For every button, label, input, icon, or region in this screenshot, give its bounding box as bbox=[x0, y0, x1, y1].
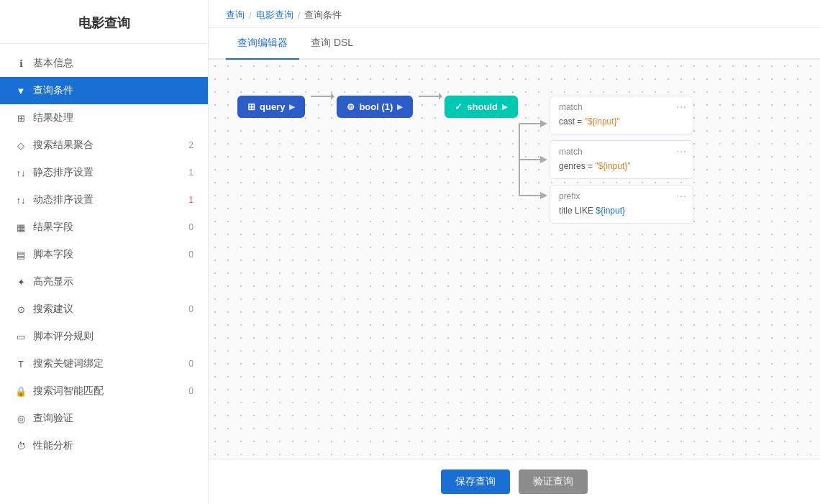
arrow-line-1 bbox=[311, 96, 331, 97]
result-card-1-body: cast = "${input}" bbox=[559, 115, 684, 128]
result-card-1-title: match bbox=[559, 102, 684, 112]
script-icon: ▤ bbox=[14, 248, 27, 261]
bool-node-icon: ⊚ bbox=[347, 101, 355, 112]
result-card-3[interactable]: prefix ··· title LIKE ${input} bbox=[550, 185, 693, 224]
grid-icon: ⊞ bbox=[14, 111, 27, 124]
result-card-2-title: match bbox=[559, 147, 684, 157]
svg-marker-6 bbox=[540, 192, 547, 199]
sidebar-item-script-fields[interactable]: ▤ 脚本字段 0 bbox=[0, 241, 208, 268]
sidebar-item-basic-info[interactable]: ℹ 基本信息 bbox=[0, 50, 208, 77]
sidebar-item-search-aggregation[interactable]: ◇ 搜索结果聚合 2 bbox=[0, 132, 208, 159]
branch-connector-svg bbox=[518, 113, 547, 206]
sidebar-item-performance[interactable]: ⏱ 性能分析 bbox=[0, 432, 208, 459]
sidebar-item-search-suggest[interactable]: ⊙ 搜索建议 0 bbox=[0, 295, 208, 323]
suggest-icon: ⊙ bbox=[14, 303, 27, 316]
sidebar-item-query-validate[interactable]: ◎ 查询验证 bbox=[0, 405, 208, 432]
sidebar: 电影查询 ℹ 基本信息 ▼ 查询条件 ⊞ 结果处理 ◇ 搜索结果聚合 2 ↑↓ … bbox=[0, 0, 209, 504]
sort-asc-icon: ↑↓ bbox=[14, 166, 27, 179]
arrow-bool-to-should bbox=[419, 96, 439, 97]
sidebar-item-query-conditions[interactable]: ▼ 查询条件 bbox=[0, 77, 208, 104]
should-node-wrapper: ✓ should ▶ bbox=[445, 96, 518, 118]
query-node-wrapper: ⊞ query ▶ bbox=[237, 96, 305, 118]
should-node[interactable]: ✓ should ▶ bbox=[445, 96, 518, 118]
keyword-icon: T bbox=[14, 357, 27, 370]
bottom-bar: 保存查询 验证查询 bbox=[209, 459, 820, 504]
result-card-2-body: genres = "${input}" bbox=[559, 160, 684, 173]
bool-node-wrapper: ⊚ bool (1) ▶ bbox=[337, 96, 413, 118]
info-icon: ℹ bbox=[14, 57, 27, 70]
query-node-label: query bbox=[260, 101, 285, 112]
sidebar-item-smart-match[interactable]: 🔒 搜索词智能匹配 0 bbox=[0, 377, 208, 405]
sidebar-item-result-processing[interactable]: ⊞ 结果处理 bbox=[0, 104, 208, 132]
bool-node[interactable]: ⊚ bool (1) ▶ bbox=[337, 96, 413, 118]
validate-button[interactable]: 验证查询 bbox=[519, 469, 588, 494]
breadcrumb: 查询 / 电影查询 / 查询条件 bbox=[209, 0, 820, 28]
should-node-icon: ✓ bbox=[455, 101, 463, 112]
result-card-3-title: prefix bbox=[559, 191, 684, 201]
sidebar-item-script-score[interactable]: ▭ 脚本评分规则 bbox=[0, 323, 208, 350]
svg-marker-2 bbox=[540, 120, 547, 127]
svg-marker-4 bbox=[540, 156, 547, 163]
bool-node-label: bool (1) bbox=[359, 101, 393, 112]
bool-node-chevron: ▶ bbox=[397, 103, 403, 111]
result-card-1[interactable]: match ··· cast = "${input}" bbox=[550, 96, 693, 134]
table-icon: ▦ bbox=[14, 221, 27, 234]
sidebar-item-keyword-bind[interactable]: T 搜索关键词绑定 0 bbox=[0, 350, 208, 377]
sidebar-nav: ℹ 基本信息 ▼ 查询条件 ⊞ 结果处理 ◇ 搜索结果聚合 2 ↑↓ 静态排序设… bbox=[0, 44, 208, 504]
save-button[interactable]: 保存查询 bbox=[441, 469, 510, 494]
tabs-bar: 查询编辑器 查询 DSL bbox=[209, 28, 820, 60]
breadcrumb-sep-2: / bbox=[298, 10, 301, 21]
query-node-chevron: ▶ bbox=[289, 103, 295, 111]
tab-query-dsl[interactable]: 查询 DSL bbox=[299, 28, 365, 60]
validate-icon: ◎ bbox=[14, 412, 27, 425]
result-card-2[interactable]: match ··· genres = "${input}" bbox=[550, 140, 693, 179]
filter-icon: ▼ bbox=[14, 84, 27, 97]
query-node[interactable]: ⊞ query ▶ bbox=[237, 96, 305, 118]
breadcrumb-sep-1: / bbox=[249, 10, 252, 21]
result-card-2-menu[interactable]: ··· bbox=[676, 145, 687, 157]
breadcrumb-movie-query[interactable]: 电影查询 bbox=[256, 9, 293, 22]
script-score-icon: ▭ bbox=[14, 330, 27, 343]
result-card-1-menu[interactable]: ··· bbox=[676, 101, 687, 112]
sort-dynamic-icon: ↑↓ bbox=[14, 193, 27, 206]
clock-icon: ⏱ bbox=[14, 439, 27, 452]
lock-icon: 🔒 bbox=[14, 385, 27, 398]
query-node-icon: ⊞ bbox=[247, 101, 255, 112]
flow-container: ⊞ query ▶ ⊚ bool (1) ▶ bbox=[230, 81, 798, 238]
query-canvas[interactable]: ⊞ query ▶ ⊚ bool (1) ▶ bbox=[209, 60, 820, 459]
sidebar-item-result-fields[interactable]: ▦ 结果字段 0 bbox=[0, 214, 208, 241]
sidebar-title: 电影查询 bbox=[0, 0, 208, 44]
should-node-label: should bbox=[467, 101, 498, 112]
highlight-icon: ✦ bbox=[14, 275, 27, 288]
branch-section: match ··· cast = "${input}" match ··· ge… bbox=[518, 96, 693, 224]
result-card-3-body: title LIKE ${input} bbox=[559, 204, 684, 217]
sidebar-item-highlight[interactable]: ✦ 高亮显示 bbox=[0, 268, 208, 295]
breadcrumb-query[interactable]: 查询 bbox=[226, 9, 245, 22]
diamond-icon: ◇ bbox=[14, 139, 27, 152]
sidebar-item-static-sort[interactable]: ↑↓ 静态排序设置 1 bbox=[0, 159, 208, 186]
arrow-line-2 bbox=[419, 96, 439, 97]
result-cards-container: match ··· cast = "${input}" match ··· ge… bbox=[550, 96, 693, 224]
should-node-chevron: ▶ bbox=[502, 103, 508, 111]
tab-query-editor[interactable]: 查询编辑器 bbox=[226, 28, 299, 60]
arrow-query-to-bool bbox=[311, 96, 331, 97]
result-card-3-menu[interactable]: ··· bbox=[676, 190, 687, 201]
main-content: 查询 / 电影查询 / 查询条件 查询编辑器 查询 DSL ⊞ query ▶ bbox=[209, 0, 820, 504]
breadcrumb-current: 查询条件 bbox=[304, 9, 342, 22]
sidebar-item-dynamic-sort[interactable]: ↑↓ 动态排序设置 1 bbox=[0, 186, 208, 214]
